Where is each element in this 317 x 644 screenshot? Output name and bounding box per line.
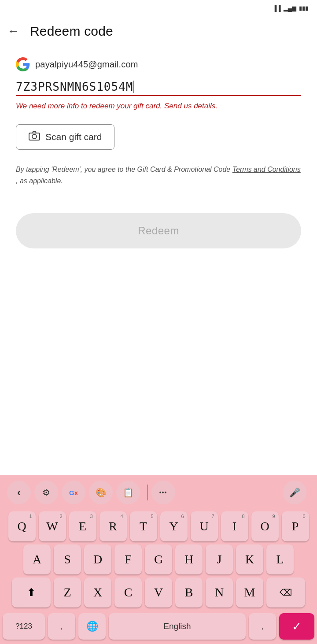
- key-row-2: A S D F G H J K L: [3, 544, 314, 574]
- key-v[interactable]: V: [145, 577, 172, 607]
- keyboard-settings-button[interactable]: ⚙: [34, 481, 58, 504]
- globe-icon: 🌐: [86, 621, 98, 632]
- space-key[interactable]: English: [109, 613, 246, 640]
- toolbar-divider: [147, 485, 148, 500]
- key-row-3: ⬆ Z X C V B N M ⌫: [3, 577, 314, 607]
- code-input-value[interactable]: 7Z3PRSNMN6S1054M: [16, 80, 133, 93]
- delete-key[interactable]: ⌫: [266, 577, 305, 607]
- account-email: payalpiyu445@gmail.com: [35, 59, 138, 70]
- keyboard-rows: 1Q 2W 3E 4R 5T 6Y 7U 8I 9O 0P A S D F G …: [0, 510, 317, 613]
- key-c[interactable]: C: [114, 577, 142, 607]
- scan-gift-card-button[interactable]: Scan gift card: [16, 124, 114, 150]
- key-s[interactable]: S: [54, 544, 81, 574]
- camera-icon: [29, 131, 40, 143]
- key-k[interactable]: K: [236, 544, 263, 574]
- keyboard-palette-button[interactable]: 🎨: [89, 481, 113, 504]
- cursor-indicator: [133, 81, 134, 93]
- key-n[interactable]: N: [206, 577, 233, 607]
- redeem-button[interactable]: Redeem: [16, 213, 301, 248]
- key-q[interactable]: 1Q: [8, 511, 36, 541]
- key-b[interactable]: B: [175, 577, 203, 607]
- key-j[interactable]: J: [206, 544, 233, 574]
- keyboard-mic-button[interactable]: 🎤: [283, 481, 306, 504]
- num-key[interactable]: ?123: [3, 613, 45, 640]
- main-content: payalpiyu445@gmail.com 7Z3PRSNMN6S1054M …: [0, 47, 317, 187]
- key-m[interactable]: M: [236, 577, 263, 607]
- redeem-btn-container: Redeem: [16, 213, 301, 248]
- key-y[interactable]: 6Y: [160, 511, 188, 541]
- keyboard-clipboard-button[interactable]: 📋: [116, 481, 140, 504]
- key-d[interactable]: D: [84, 544, 111, 574]
- key-f[interactable]: F: [114, 544, 142, 574]
- key-x[interactable]: X: [84, 577, 111, 607]
- key-o[interactable]: 9O: [251, 511, 279, 541]
- send-details-link[interactable]: Send us details: [164, 102, 215, 110]
- code-input-container[interactable]: 7Z3PRSNMN6S1054M: [16, 80, 301, 96]
- keyboard-back-button[interactable]: ‹: [7, 481, 31, 504]
- key-p[interactable]: 0P: [282, 511, 309, 541]
- key-h[interactable]: H: [175, 544, 203, 574]
- key-i[interactable]: 8I: [221, 511, 248, 541]
- key-w[interactable]: 2W: [39, 511, 66, 541]
- key-t[interactable]: 5T: [130, 511, 157, 541]
- key-row-1: 1Q 2W 3E 4R 5T 6Y 7U 8I 9O 0P: [3, 511, 314, 541]
- page-title: Redeem code: [30, 24, 113, 39]
- scan-button-label: Scan gift card: [45, 132, 102, 142]
- globe-key[interactable]: 🌐: [78, 613, 106, 640]
- key-g[interactable]: G: [145, 544, 172, 574]
- terms-link[interactable]: Terms and Conditions: [232, 166, 301, 173]
- key-r[interactable]: 4R: [100, 511, 127, 541]
- back-button[interactable]: ←: [7, 24, 19, 38]
- app-header: ← Redeem code: [0, 16, 317, 47]
- key-u[interactable]: 7U: [191, 511, 218, 541]
- period-key-left[interactable]: .: [48, 613, 75, 640]
- enter-key[interactable]: ✓: [279, 613, 314, 640]
- checkmark-icon: ✓: [292, 620, 302, 633]
- status-bar: ▐▐ ▂▄▆ ▮▮▮: [0, 0, 317, 16]
- key-l[interactable]: L: [266, 544, 294, 574]
- period-key-right[interactable]: .: [249, 613, 276, 640]
- keyboard-more-button[interactable]: •••: [151, 481, 175, 504]
- google-logo-icon: [16, 57, 30, 71]
- key-z[interactable]: Z: [54, 577, 81, 607]
- keyboard-area: ‹ ⚙ Gx 🎨 📋 ••• 🎤 1Q 2W 3E 4R 5T 6Y 7U 8I…: [0, 475, 317, 644]
- key-a[interactable]: A: [23, 544, 51, 574]
- account-row: payalpiyu445@gmail.com: [16, 57, 301, 71]
- shift-key[interactable]: ⬆: [12, 577, 51, 607]
- keyboard-toolbar: ‹ ⚙ Gx 🎨 📋 ••• 🎤: [0, 475, 317, 510]
- key-e[interactable]: 3E: [69, 511, 96, 541]
- keyboard-translate-button[interactable]: Gx: [62, 481, 85, 504]
- error-message: We need more info to redeem your gift ca…: [16, 100, 301, 112]
- keyboard-bottom-row: ?123 . 🌐 English . ✓: [0, 613, 317, 644]
- terms-text: By tapping 'Redeem', you agree to the Gi…: [16, 164, 301, 187]
- svg-point-1: [32, 134, 37, 139]
